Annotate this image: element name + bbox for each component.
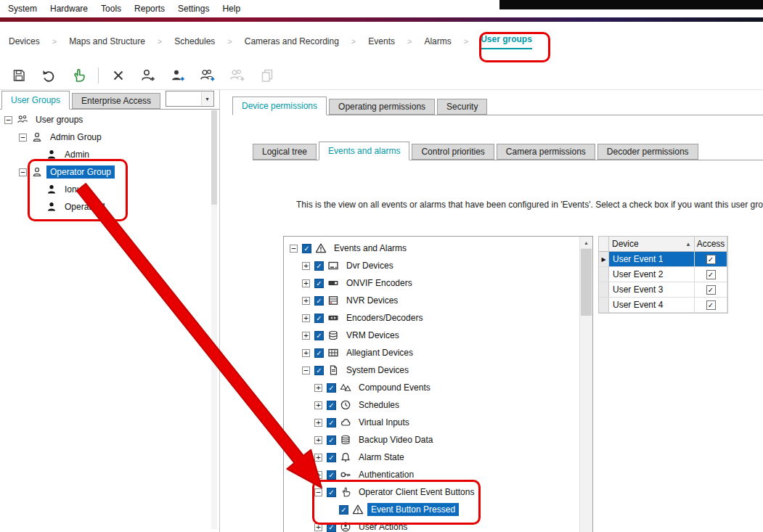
events-tree-row-virtual-inputs[interactable]: + ✓ Virtual Inputs bbox=[284, 414, 580, 431]
collapse-expander-icon[interactable]: − bbox=[19, 134, 27, 142]
expand-expander-icon[interactable]: + bbox=[302, 262, 310, 270]
scrollbar-thumb[interactable] bbox=[211, 110, 217, 205]
breadcrumb-user-groups[interactable]: User groups bbox=[481, 34, 532, 49]
collapse-expander-icon[interactable]: − bbox=[314, 488, 322, 496]
breadcrumb-schedules[interactable]: Schedules bbox=[174, 36, 215, 46]
breadcrumb-cameras-and-recording[interactable]: Cameras and Recording bbox=[245, 36, 339, 46]
collapse-expander-icon[interactable]: − bbox=[302, 367, 310, 375]
expand-expander-icon[interactable]: + bbox=[314, 436, 322, 444]
menu-system[interactable]: System bbox=[1, 1, 44, 16]
events-tree-row-alarm-state[interactable]: + ✓ Alarm State bbox=[284, 449, 580, 466]
events-tree-row-nvr-devices[interactable]: + ✓ NVR Devices bbox=[284, 292, 580, 309]
undo-button[interactable] bbox=[38, 65, 59, 86]
events-tree-row-events-and-alarms[interactable]: − ✓ Events and Alarms bbox=[284, 240, 580, 257]
expand-expander-icon[interactable]: + bbox=[302, 332, 310, 340]
tab-user-groups[interactable]: User Groups bbox=[1, 91, 70, 110]
events-tree-scrollbar[interactable]: ▲ bbox=[579, 237, 592, 532]
events-tree-row-event-button-pressed[interactable]: ✓ Event Button Pressed bbox=[284, 501, 580, 518]
add-enterprise-user-group-button[interactable] bbox=[197, 65, 218, 86]
checkbox-checked[interactable]: ✓ bbox=[314, 366, 324, 375]
events-tree-row-onvif-encoders[interactable]: + ✓ ONVIF Encoders bbox=[284, 274, 580, 292]
tab-camera-permissions[interactable]: Camera permissions bbox=[497, 144, 595, 160]
checkbox-checked[interactable]: ✓ bbox=[327, 435, 336, 445]
events-tree-row-schedules[interactable]: + ✓ Schedules bbox=[284, 396, 580, 414]
scrollbar-thumb[interactable] bbox=[581, 249, 592, 316]
menu-reports[interactable]: Reports bbox=[128, 1, 171, 16]
table-row-user-event-3[interactable]: User Event 3 ✓ bbox=[599, 282, 727, 298]
tree-row-operator-1[interactable]: Operator 1 bbox=[0, 198, 211, 216]
events-tree-row-operator-client-event-buttons[interactable]: − ✓ Operator Client Event Buttons bbox=[284, 483, 580, 501]
events-tree-row-user-actions[interactable]: + ✓ User Actions bbox=[284, 518, 580, 532]
checkbox-checked[interactable]: ✓ bbox=[327, 470, 336, 480]
column-header-access[interactable]: Access bbox=[695, 237, 727, 252]
checkbox-checked[interactable]: ✓ bbox=[327, 401, 336, 410]
events-tree-row-vrm-devices[interactable]: + ✓ VRM Devices bbox=[284, 327, 580, 344]
menu-tools[interactable]: Tools bbox=[94, 1, 128, 16]
expand-expander-icon[interactable]: + bbox=[314, 384, 322, 392]
expand-expander-icon[interactable]: + bbox=[314, 471, 322, 479]
checkbox-checked[interactable]: ✓ bbox=[327, 488, 336, 497]
breadcrumb-devices[interactable]: Devices bbox=[9, 36, 40, 46]
access-checkbox-checked[interactable]: ✓ bbox=[706, 255, 716, 264]
add-user-group-button[interactable] bbox=[138, 65, 158, 86]
checkbox-checked[interactable]: ✓ bbox=[314, 314, 324, 323]
checkbox-checked[interactable]: ✓ bbox=[314, 296, 324, 306]
tab-security[interactable]: Security bbox=[437, 99, 487, 115]
checkbox-checked[interactable]: ✓ bbox=[339, 505, 348, 515]
access-checkbox-checked[interactable]: ✓ bbox=[706, 270, 716, 279]
tab-logical-tree[interactable]: Logical tree bbox=[253, 144, 317, 160]
left-tree-scrollbar[interactable] bbox=[211, 110, 217, 529]
tree-row-operator-group[interactable]: − Operator Group bbox=[0, 163, 211, 181]
events-tree-row-dvr-devices[interactable]: + ✓ Dvr Devices bbox=[284, 257, 580, 274]
chevron-down-icon[interactable]: ▼ bbox=[201, 92, 213, 105]
table-row-user-event-2[interactable]: User Event 2 ✓ bbox=[599, 267, 727, 282]
tab-control-priorities[interactable]: Control priorities bbox=[412, 144, 494, 160]
events-tree-row-authentication[interactable]: + ✓ Authentication bbox=[284, 466, 580, 483]
checkbox-checked[interactable]: ✓ bbox=[327, 523, 336, 532]
row-selector[interactable] bbox=[599, 282, 609, 298]
tree-row-user-groups[interactable]: − User groups bbox=[0, 111, 211, 128]
group-filter-dropdown[interactable]: ▼ bbox=[166, 91, 214, 107]
checkbox-checked[interactable]: ✓ bbox=[314, 279, 324, 288]
access-checkbox-checked[interactable]: ✓ bbox=[706, 285, 716, 295]
row-selector[interactable] bbox=[599, 267, 609, 282]
expand-expander-icon[interactable]: + bbox=[314, 401, 322, 409]
events-tree-row-allegiant-devices[interactable]: + ✓ Allegiant Devices bbox=[284, 344, 580, 361]
events-tree-row-compound-events[interactable]: + ✓ Compound Events bbox=[284, 379, 580, 396]
collapse-expander-icon[interactable]: − bbox=[4, 116, 12, 124]
expand-expander-icon[interactable]: + bbox=[314, 523, 322, 531]
tree-row-admin-group[interactable]: − Admin Group bbox=[0, 128, 211, 146]
column-header-device[interactable]: Device ▲ bbox=[609, 237, 695, 252]
activate-changes-button[interactable] bbox=[68, 65, 89, 86]
menu-settings[interactable]: Settings bbox=[171, 1, 216, 16]
tab-enterprise-access[interactable]: Enterprise Access bbox=[72, 93, 160, 109]
expand-expander-icon[interactable]: + bbox=[314, 454, 322, 462]
checkbox-checked[interactable]: ✓ bbox=[327, 418, 336, 427]
checkbox-checked[interactable]: ✓ bbox=[302, 244, 311, 253]
checkbox-checked[interactable]: ✓ bbox=[327, 453, 336, 462]
checkbox-checked[interactable]: ✓ bbox=[314, 261, 324, 271]
breadcrumb-alarms[interactable]: Alarms bbox=[424, 36, 451, 46]
expand-expander-icon[interactable]: + bbox=[302, 349, 310, 357]
scroll-up-icon[interactable]: ▲ bbox=[580, 237, 592, 249]
checkbox-checked[interactable]: ✓ bbox=[327, 383, 336, 393]
tree-row-admin[interactable]: Admin bbox=[0, 146, 211, 163]
breadcrumb-maps-and-structure[interactable]: Maps and Structure bbox=[69, 36, 145, 46]
expand-expander-icon[interactable]: + bbox=[302, 314, 310, 322]
tab-operating-permissions[interactable]: Operating permissions bbox=[329, 99, 435, 115]
collapse-expander-icon[interactable]: − bbox=[290, 245, 298, 253]
table-row-user-event-4[interactable]: User Event 4 ✓ bbox=[599, 298, 727, 313]
delete-button[interactable] bbox=[108, 65, 128, 86]
events-tree-row-system-devices[interactable]: − ✓ System Devices bbox=[284, 361, 580, 379]
events-tree-row-encoders-decoders[interactable]: + ✓ Encoders/Decoders bbox=[284, 309, 580, 327]
tab-device-permissions[interactable]: Device permissions bbox=[232, 97, 327, 115]
breadcrumb-events[interactable]: Events bbox=[368, 36, 395, 46]
tab-events-and-alarms[interactable]: Events and alarms bbox=[319, 142, 409, 160]
table-row-user-event-1[interactable]: ▶ User Event 1 ✓ bbox=[599, 252, 727, 267]
menu-help[interactable]: Help bbox=[216, 1, 247, 16]
checkbox-checked[interactable]: ✓ bbox=[314, 331, 324, 340]
events-tree-row-backup-video-data[interactable]: + ✓ Backup Video Data bbox=[284, 431, 580, 449]
checkbox-checked[interactable]: ✓ bbox=[314, 348, 324, 358]
row-selector[interactable] bbox=[599, 298, 609, 313]
access-checkbox-checked[interactable]: ✓ bbox=[706, 300, 716, 310]
